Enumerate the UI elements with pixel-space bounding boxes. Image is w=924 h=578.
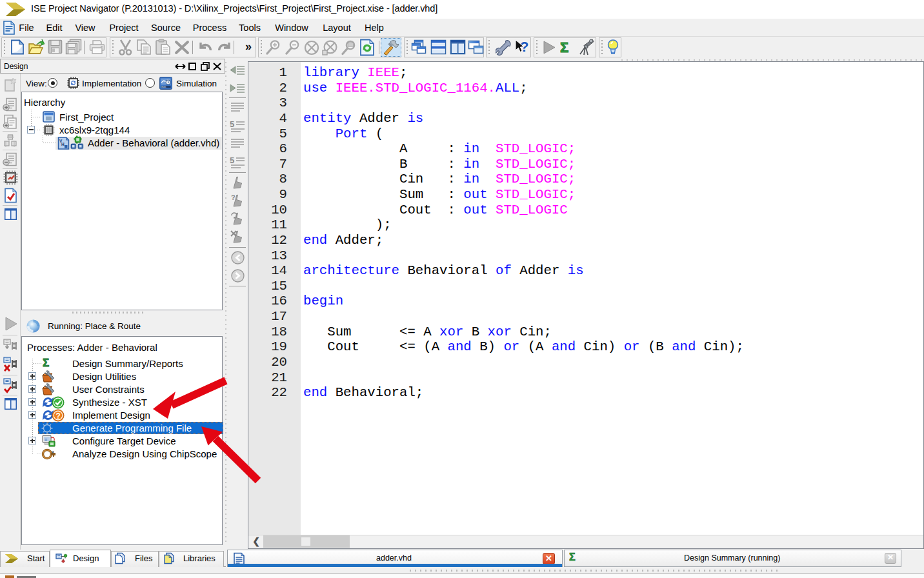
svg-text:5: 5	[230, 155, 234, 165]
svg-text:5: 5	[230, 119, 234, 129]
svg-text:?: ?	[231, 194, 236, 201]
svg-text:ISim: ISim	[161, 86, 166, 88]
svg-text:µ: µ	[52, 450, 54, 453]
svg-text:?: ?	[56, 412, 61, 421]
svg-text:H: H	[61, 142, 65, 146]
svg-text:≡: ≡	[45, 437, 47, 442]
